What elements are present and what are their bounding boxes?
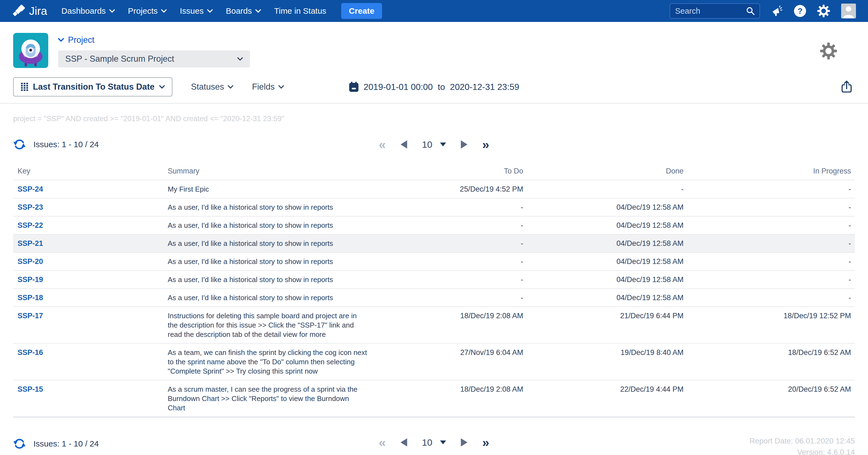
nav-item-label: Projects bbox=[128, 6, 158, 16]
issue-key-link[interactable]: SSP-24 bbox=[18, 185, 43, 193]
next-page-button[interactable] bbox=[461, 140, 467, 149]
report-type-button[interactable]: Last Transition To Status Date bbox=[13, 77, 173, 96]
nav-items: DashboardsProjectsIssuesBoardsTime in St… bbox=[61, 6, 340, 16]
issues-count: Issues: 1 - 10 / 24 bbox=[33, 439, 99, 448]
create-button[interactable]: Create bbox=[341, 3, 382, 19]
column-header-done: Done bbox=[523, 167, 684, 175]
key-cell: SSP-20 bbox=[13, 253, 163, 270]
footer-issues: Issues: 1 - 10 / 24 bbox=[13, 436, 99, 451]
date-separator: to bbox=[438, 82, 445, 92]
refresh-icon[interactable] bbox=[13, 437, 26, 450]
nav-item-dashboards[interactable]: Dashboards bbox=[61, 6, 115, 16]
done-value: 04/Dec/19 12:58 AM bbox=[523, 289, 684, 306]
issue-key-link[interactable]: SSP-22 bbox=[18, 221, 43, 230]
jira-logo[interactable]: Jira bbox=[12, 4, 47, 18]
prev-page-button[interactable] bbox=[401, 140, 407, 149]
issue-key-link[interactable]: SSP-15 bbox=[18, 385, 43, 393]
nav-item-time-in-status[interactable]: Time in Status bbox=[274, 6, 327, 16]
chevron-down-icon bbox=[207, 9, 213, 13]
issue-key-link[interactable]: SSP-21 bbox=[18, 239, 43, 247]
date-range-picker[interactable]: 2019-01-01 00:00 to 2020-12-31 23:59 bbox=[349, 82, 519, 92]
export-icon[interactable] bbox=[841, 81, 852, 93]
report-area: project = "SSP" AND created >= "2019-01-… bbox=[0, 115, 868, 455]
todo-value: 25/Dec/19 4:52 PM bbox=[372, 180, 523, 198]
plugin-version: Version: 4.6.0.14 bbox=[797, 448, 855, 455]
column-header-inprogress: In Progress bbox=[684, 167, 855, 175]
project-section-toggle[interactable]: Project bbox=[58, 35, 250, 45]
issue-key-link[interactable]: SSP-17 bbox=[18, 312, 43, 320]
issue-summary: As a team, we can finish the sprint by c… bbox=[163, 344, 372, 380]
report-footer: Issues: 1 - 10 / 24 « 10 » Report Date: … bbox=[13, 436, 855, 455]
table-row: SSP-23As a user, I'd like a historical s… bbox=[13, 198, 855, 216]
last-page-button[interactable]: » bbox=[482, 436, 489, 449]
issue-summary: As a user, I'd like a historical story t… bbox=[163, 289, 372, 306]
report-date: Report Date: 06.01.2020 12:45 bbox=[749, 437, 855, 446]
search-icon[interactable] bbox=[746, 6, 755, 16]
page-size-select[interactable]: 10 bbox=[422, 437, 446, 448]
key-cell: SSP-17 bbox=[13, 307, 163, 343]
table-row: SSP-19As a user, I'd like a historical s… bbox=[13, 270, 855, 289]
fields-dropdown[interactable]: Fields bbox=[252, 82, 284, 92]
issue-key-link[interactable]: SSP-23 bbox=[18, 203, 43, 211]
issue-key-link[interactable]: SSP-19 bbox=[18, 275, 43, 284]
feedback-megaphone-icon[interactable] bbox=[771, 5, 783, 17]
report-type-label: Last Transition To Status Date bbox=[33, 82, 155, 92]
date-to: 2020-12-31 23:59 bbox=[450, 82, 519, 92]
chevron-down-icon bbox=[278, 85, 284, 89]
page-size-value: 10 bbox=[422, 437, 433, 448]
statuses-dropdown[interactable]: Statuses bbox=[191, 82, 234, 92]
brand-name: Jira bbox=[29, 5, 47, 18]
project-select[interactable]: SSP - Sample Scrum Project bbox=[58, 51, 250, 67]
table-row: SSP-20As a user, I'd like a historical s… bbox=[13, 252, 855, 270]
user-avatar[interactable] bbox=[841, 4, 856, 18]
key-cell: SSP-24 bbox=[13, 180, 163, 198]
last-page-button[interactable]: » bbox=[482, 138, 489, 151]
issue-table: Key Summary To Do Done In Progress SSP-2… bbox=[13, 164, 855, 418]
refresh-icon[interactable] bbox=[13, 138, 26, 151]
search-box[interactable] bbox=[670, 3, 760, 19]
first-page-button[interactable]: « bbox=[379, 436, 386, 449]
issue-summary: As a user, I'd like a historical story t… bbox=[163, 235, 372, 252]
calendar-icon bbox=[349, 82, 359, 92]
issue-key-link[interactable]: SSP-20 bbox=[18, 257, 43, 266]
done-value: 04/Dec/19 12:58 AM bbox=[523, 216, 684, 234]
chevron-down-icon bbox=[161, 9, 167, 13]
prev-page-button[interactable] bbox=[401, 438, 407, 447]
table-row: SSP-15As a scrum master, I can see the p… bbox=[13, 380, 855, 418]
pagination-top: « 10 » bbox=[379, 138, 489, 151]
nav-item-label: Boards bbox=[226, 6, 252, 16]
done-value: 04/Dec/19 12:58 AM bbox=[523, 271, 684, 289]
admin-gear-icon[interactable] bbox=[817, 4, 830, 18]
dropdown-arrow-icon bbox=[440, 143, 446, 146]
nav-item-label: Dashboards bbox=[61, 6, 106, 16]
done-value: 04/Dec/19 12:58 AM bbox=[523, 235, 684, 252]
help-icon[interactable]: ? bbox=[794, 5, 806, 17]
done-value: 04/Dec/19 12:58 AM bbox=[523, 199, 684, 216]
nav-item-issues[interactable]: Issues bbox=[180, 6, 213, 16]
page-size-select[interactable]: 10 bbox=[422, 139, 446, 150]
issue-key-link[interactable]: SSP-18 bbox=[18, 294, 43, 302]
todo-value: 18/Dec/19 2:08 AM bbox=[372, 307, 523, 343]
nav-item-boards[interactable]: Boards bbox=[226, 6, 261, 16]
footer-meta: Report Date: 06.01.2020 12:45 Version: 4… bbox=[749, 436, 855, 455]
settings-gear-icon[interactable] bbox=[820, 42, 837, 60]
inprogress-value: 18/Dec/19 6:52 AM bbox=[684, 344, 855, 380]
chevron-down-icon bbox=[110, 9, 115, 13]
issue-summary: As a scrum master, I can see the progres… bbox=[163, 381, 372, 417]
column-header-summary: Summary bbox=[163, 167, 372, 175]
first-page-button[interactable]: « bbox=[379, 138, 386, 151]
nav-item-projects[interactable]: Projects bbox=[128, 6, 167, 16]
column-header-todo: To Do bbox=[372, 167, 523, 175]
inprogress-value: - bbox=[684, 271, 855, 289]
fields-label: Fields bbox=[252, 82, 275, 92]
key-cell: SSP-19 bbox=[13, 271, 163, 289]
next-page-button[interactable] bbox=[461, 438, 467, 447]
user-avatar-icon bbox=[841, 4, 856, 18]
table-row: SSP-17Instructions for deleting this sam… bbox=[13, 306, 855, 343]
issue-key-link[interactable]: SSP-16 bbox=[18, 348, 43, 357]
dropdown-arrow-icon bbox=[440, 441, 446, 444]
table-row: SSP-18As a user, I'd like a historical s… bbox=[13, 289, 855, 306]
inprogress-value: - bbox=[684, 180, 855, 198]
issue-table-rows: SSP-24My First Epic25/Dec/19 4:52 PM--SS… bbox=[13, 180, 855, 418]
search-input[interactable] bbox=[675, 6, 746, 16]
